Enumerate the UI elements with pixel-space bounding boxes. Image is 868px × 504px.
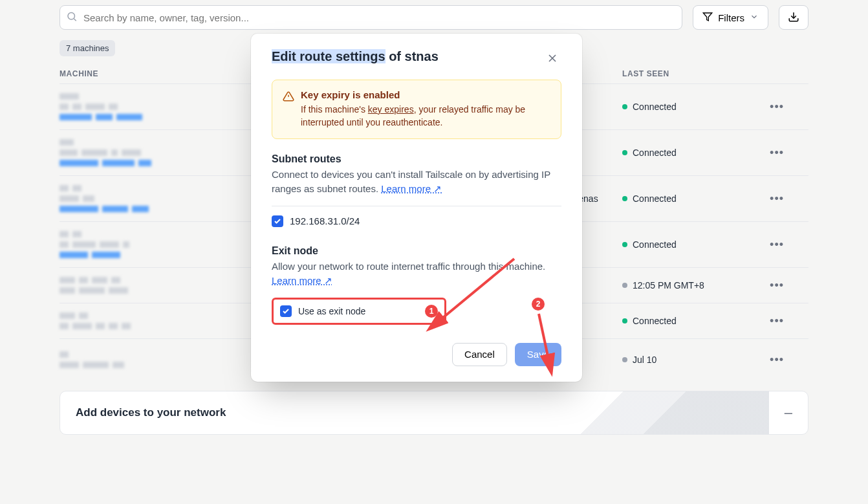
exit-node-heading: Exit node — [272, 245, 561, 257]
status-text: Connected — [633, 148, 677, 158]
add-devices-banner: Add devices to your network – — [60, 391, 808, 435]
exit-node-highlight: Use as exit node 1 — [272, 298, 446, 325]
row-more-button[interactable]: ••• — [758, 192, 784, 206]
svg-line-1 — [74, 19, 76, 21]
row-more-button[interactable]: ••• — [758, 314, 784, 328]
search-input[interactable] — [60, 5, 682, 30]
filter-icon — [702, 12, 713, 24]
alert-title: Key expiry is enabled — [301, 89, 550, 100]
subnet-route-checkbox[interactable] — [272, 215, 283, 227]
row-more-button[interactable]: ••• — [758, 353, 784, 367]
machines-count-pill: 7 machines — [60, 40, 115, 56]
status-text: 12:05 PM GMT+8 — [633, 280, 704, 290]
key-expires-link[interactable]: key expires — [368, 104, 414, 115]
cancel-button[interactable]: Cancel — [452, 343, 507, 366]
subnet-route-label: 192.168.31.0/24 — [290, 215, 360, 226]
warning-icon — [283, 91, 294, 129]
subnet-learn-more-link[interactable]: Learn more ↗ — [381, 183, 442, 194]
row-more-button[interactable]: ••• — [758, 100, 784, 114]
svg-marker-2 — [703, 13, 711, 21]
status-text: Jul 10 — [633, 355, 656, 365]
download-button[interactable] — [779, 5, 808, 30]
filters-button[interactable]: Filters — [693, 5, 768, 30]
exit-node-desc: Allow your network to route internet tra… — [272, 259, 561, 289]
filters-label: Filters — [718, 12, 744, 23]
key-expiry-alert: Key expiry is enabled If this machine's … — [272, 80, 561, 139]
search-icon — [66, 11, 78, 25]
subnet-routes-heading: Subnet routes — [272, 153, 561, 165]
exit-learn-more-link[interactable]: Learn more ↗ — [272, 275, 332, 286]
status-text: Connected — [633, 239, 677, 250]
collapse-button[interactable]: – — [785, 404, 792, 421]
status-text: Connected — [633, 193, 677, 204]
status-text: Connected — [633, 316, 677, 326]
modal-title: Edit route settings of stnas — [272, 49, 439, 64]
row-more-button[interactable]: ••• — [758, 146, 784, 160]
chevron-down-icon — [750, 12, 759, 23]
row-more-button[interactable]: ••• — [758, 279, 784, 292]
status-text: Connected — [633, 102, 677, 112]
subnet-routes-desc: Connect to devices you can't install Tai… — [272, 168, 561, 197]
exit-node-checkbox[interactable] — [280, 305, 292, 317]
edit-route-settings-modal: Edit route settings of stnas Key expiry … — [251, 34, 582, 382]
alert-body: If this machine's key expires, your rela… — [301, 103, 550, 129]
footer-title: Add devices to your network — [76, 406, 226, 419]
annotation-badge-1: 1 — [425, 305, 438, 318]
row-more-button[interactable]: ••• — [758, 238, 784, 252]
annotation-badge-2: 2 — [532, 298, 545, 311]
save-button[interactable]: Save — [515, 343, 561, 366]
svg-point-0 — [68, 13, 75, 20]
close-icon[interactable] — [543, 49, 561, 69]
download-icon — [788, 11, 799, 25]
exit-node-label: Use as exit node — [298, 306, 365, 316]
col-last-seen: LAST SEEN — [622, 69, 758, 78]
